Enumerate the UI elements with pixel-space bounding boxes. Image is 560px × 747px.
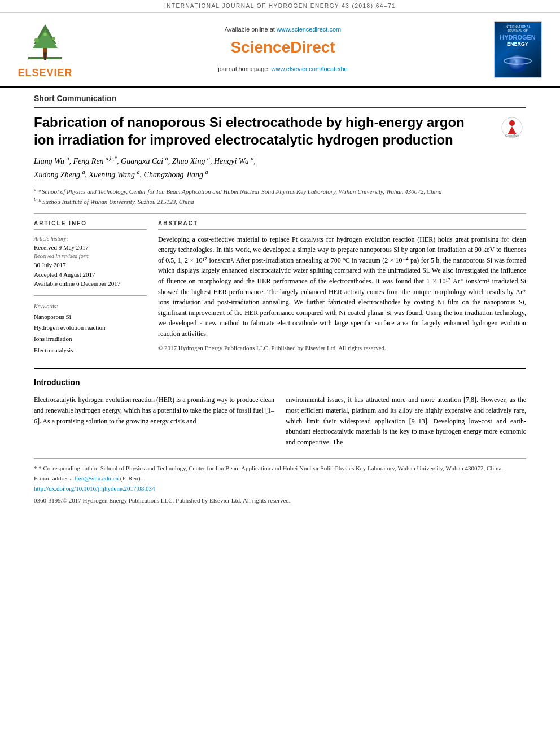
svg-point-4 xyxy=(34,38,39,42)
abstract-text: Developing a cost-effective material to … xyxy=(158,234,526,339)
corresponding-star: * xyxy=(34,465,38,471)
intro-col-right: environmental issues, it has attracted m… xyxy=(286,395,526,447)
cover-hydrogen-text: HYDROGEN xyxy=(500,34,536,41)
elsevier-tree-icon xyxy=(23,19,68,64)
affiliation-a: a ᵃ School of Physics and Technology, Ce… xyxy=(34,186,526,196)
keyword-1: Nanoporous Si xyxy=(34,312,147,323)
available-url[interactable]: www.sciencedirect.com xyxy=(277,26,341,33)
sciencedirect-logo: ScienceDirect xyxy=(230,36,335,58)
title-area: Fabrication of nanoporous Si electrocath… xyxy=(34,113,526,148)
sciencedirect-area: Available online at www.sciencedirect.co… xyxy=(85,19,481,80)
article-info-abstract: ARTICLE INFO Article history: Received 9… xyxy=(34,220,526,356)
issn-line: 0360-3199/© 2017 Hydrogen Energy Publica… xyxy=(34,496,526,506)
article-history: Article history: Received 9 May 2017 Rec… xyxy=(34,234,147,289)
keyword-2: Hydrogen evolution reaction xyxy=(34,322,147,334)
section-divider xyxy=(34,213,526,214)
email-label: E-mail address: xyxy=(34,475,73,482)
svg-rect-8 xyxy=(44,55,46,60)
corresponding-text: * Corresponding author. School of Physic… xyxy=(38,465,503,471)
affiliations: a ᵃ School of Physics and Technology, Ce… xyxy=(34,186,526,206)
svg-point-14 xyxy=(509,120,515,126)
sciencedirect-text: ScienceDirect xyxy=(230,38,335,56)
journal-cover-area: International Journal of HYDROGEN ENERGY xyxy=(487,19,549,80)
keywords-list: Keywords: Nanoporous Si Hydrogen evoluti… xyxy=(34,302,147,356)
available-online-text: Available online at www.sciencedirect.co… xyxy=(225,25,341,34)
authors-line: Liang Wu a, Feng Ren a,b,*, Guangxu Cai … xyxy=(34,154,526,181)
journal-homepage-text: journal homepage: www.elsevier.com/locat… xyxy=(218,65,347,73)
history-label: Article history: xyxy=(34,234,147,243)
svg-point-5 xyxy=(52,37,55,40)
keyword-4: Electrocatalysis xyxy=(34,345,147,356)
svg-point-12 xyxy=(518,64,522,68)
intro-columns: Electrocatalytic hydrogen evolution reac… xyxy=(34,395,526,447)
elsevier-brand-text: ELSEVIER xyxy=(18,66,72,80)
intro-text-right: environmental issues, it has attracted m… xyxy=(286,396,526,445)
crossmark-badge: CrossMark xyxy=(498,116,526,139)
cover-intl-text: International Journal of xyxy=(497,25,539,33)
elsevier-logo-area: ELSEVIER xyxy=(11,19,79,80)
article-info-header: ARTICLE INFO xyxy=(34,220,147,230)
accepted-date: Accepted 4 August 2017 xyxy=(34,270,147,279)
banner-text: INTERNATIONAL JOURNAL OF HYDROGEN ENERGY… xyxy=(164,3,396,9)
copyright-text: © 2017 Hydrogen Energy Publications LLC.… xyxy=(158,344,526,352)
email-line: E-mail address: fren@whu.edu.cn (F. Ren)… xyxy=(34,474,526,484)
footnotes-area: * * Corresponding author. School of Phys… xyxy=(34,458,526,505)
journal-url[interactable]: www.elsevier.com/locate/he xyxy=(272,65,348,72)
main-content: Short Communication Fabrication of nanop… xyxy=(0,88,560,506)
intro-text-left: Electrocatalytic hydrogen evolution reac… xyxy=(34,396,274,425)
keywords-label: Keywords: xyxy=(34,302,147,312)
svg-point-7 xyxy=(43,52,47,55)
keyword-3: Ions irradiation xyxy=(34,334,147,345)
affiliation-b: b ᵇ Suzhou Institute of Wuhan University… xyxy=(34,196,526,206)
received-date: Received 9 May 2017 xyxy=(34,243,147,252)
revised-label: Received in revised form xyxy=(34,252,147,260)
email-suffix: (F. Ren). xyxy=(120,475,142,482)
introduction-section: Introduction Electrocatalytic hydrogen e… xyxy=(34,368,526,448)
keywords-divider xyxy=(34,295,147,296)
elsevier-logo: ELSEVIER xyxy=(18,19,72,80)
svg-point-6 xyxy=(43,33,47,36)
article-type-label: Short Communication xyxy=(34,88,526,108)
doi-line: http://dx.doi.org/10.1016/j.ijhydene.201… xyxy=(34,484,526,494)
paper-title: Fabrication of nanoporous Si electrocath… xyxy=(34,113,487,148)
journal-cover-image: International Journal of HYDROGEN ENERGY xyxy=(494,21,542,78)
revised-date: 30 July 2017 xyxy=(34,260,147,270)
corresponding-author-note: * * Corresponding author. School of Phys… xyxy=(34,464,526,474)
introduction-title: Introduction xyxy=(34,377,80,391)
journal-header: ELSEVIER Available online at www.science… xyxy=(0,13,560,88)
available-date: Available online 6 December 2017 xyxy=(34,279,147,289)
article-info-column: ARTICLE INFO Article history: Received 9… xyxy=(34,220,147,356)
cover-journal-name: HYDROGEN ENERGY xyxy=(500,34,536,47)
abstract-column: ABSTRACT Developing a cost-effective mat… xyxy=(158,220,526,356)
crossmark-icon: CrossMark xyxy=(501,116,523,139)
cover-energy-text: ENERGY xyxy=(507,41,528,47)
cover-planet-icon xyxy=(504,50,532,75)
abstract-header: ABSTRACT xyxy=(158,220,526,230)
svg-text:CrossMark: CrossMark xyxy=(505,134,519,137)
svg-point-11 xyxy=(513,60,515,63)
journal-banner: INTERNATIONAL JOURNAL OF HYDROGEN ENERGY… xyxy=(0,0,560,13)
intro-col-left: Electrocatalytic hydrogen evolution reac… xyxy=(34,395,274,447)
email-link[interactable]: fren@whu.edu.cn xyxy=(74,475,119,482)
doi-link[interactable]: http://dx.doi.org/10.1016/j.ijhydene.201… xyxy=(34,485,155,492)
keywords-section: Keywords: Nanoporous Si Hydrogen evoluti… xyxy=(34,295,147,356)
